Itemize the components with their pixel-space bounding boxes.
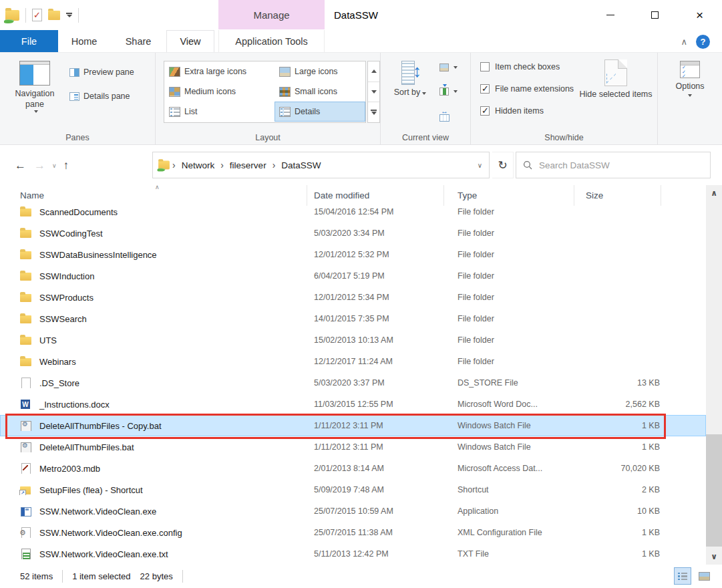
tab-view[interactable]: View	[166, 30, 214, 52]
navigation-pane-button[interactable]: Navigation pane	[9, 61, 60, 113]
file-row[interactable]: Webinars 12/12/2017 11:24 AM File folder	[0, 351, 706, 372]
group-label-current-view: Current view	[381, 133, 470, 142]
thumbnails-view-icon	[699, 572, 710, 581]
help-button[interactable]: ?	[696, 35, 710, 49]
tab-file[interactable]: File	[0, 30, 58, 52]
size-columns-button[interactable]	[439, 114, 449, 122]
column-header-row: ∧ Name Date modified Type Size	[0, 185, 706, 206]
layout-item-details[interactable]: Details	[275, 102, 365, 122]
column-header-date-modified[interactable]: Date modified	[307, 185, 444, 206]
more-options-icon	[371, 110, 377, 115]
checkbox-label: File name extensions	[495, 84, 574, 94]
breadcrumb-fileserver[interactable]: fileserver	[225, 160, 271, 170]
scrollbar-thumb[interactable]	[706, 434, 722, 547]
sort-by-button[interactable]: Sort by	[393, 61, 427, 98]
new-folder-icon[interactable]	[48, 11, 60, 20]
file-row[interactable]: DeleteAllThumbFiles.bat 1/11/2012 3:11 P…	[0, 436, 706, 458]
scroll-up-arrow-icon[interactable]: ∧	[706, 185, 722, 201]
breadcrumb-network[interactable]: Network	[177, 160, 220, 170]
file-row[interactable]: UTS 15/02/2013 10:13 AM File folder	[0, 329, 706, 351]
navigation-pane-icon	[19, 61, 50, 86]
tab-home[interactable]: Home	[58, 30, 110, 52]
search-box[interactable]: Search DataSSW	[516, 152, 711, 178]
file-row[interactable]: SSW.Network.VideoClean.exe 25/07/2015 10…	[0, 500, 706, 522]
file-row[interactable]: SSWProducts 12/01/2012 5:34 PM File fold…	[0, 287, 706, 308]
close-button[interactable]: ×	[677, 0, 722, 30]
file-name: SSWProducts	[39, 293, 94, 303]
add-columns-button[interactable]	[439, 88, 458, 96]
show-hide-checkbox[interactable]: Hidden items	[480, 106, 544, 116]
properties-check-icon[interactable]	[32, 9, 42, 21]
chevron-down-icon	[34, 110, 38, 113]
layout-item-list[interactable]: List	[164, 102, 275, 122]
thumbnails-view-toggle-button[interactable]	[695, 567, 713, 585]
hide-selected-items-icon	[604, 59, 627, 86]
file-size: 2 KB	[574, 485, 661, 494]
file-row[interactable]: SSWCodingTest 5/03/2020 3:34 PM File fol…	[0, 223, 706, 244]
tab-share[interactable]: Share	[110, 30, 166, 52]
file-row[interactable]: SSW.Network.VideoClean.exe.config 25/07/…	[0, 522, 706, 543]
details-pane-button[interactable]: Details pane	[69, 92, 130, 101]
layout-item-large-icons[interactable]: Large icons	[275, 61, 365, 82]
show-hide-checkbox[interactable]: File name extensions	[480, 84, 574, 94]
collapse-ribbon-chevron-icon[interactable]: ∧	[681, 37, 687, 47]
details-view-toggle-button[interactable]	[674, 567, 691, 585]
application-icon	[20, 506, 31, 517]
group-by-button[interactable]	[439, 63, 458, 71]
file-row[interactable]: SSWDataBusinessIntelligence 12/01/2012 5…	[0, 244, 706, 265]
column-header-name[interactable]: Name	[13, 185, 307, 206]
address-dropdown-caret-icon[interactable]: ∨	[478, 162, 485, 169]
tab-application-tools[interactable]: Application Tools	[218, 30, 325, 52]
gallery-scroll-up-button[interactable]	[368, 61, 379, 82]
layout-item-extra-large-icons[interactable]: Extra large icons	[164, 61, 275, 82]
search-placeholder: Search DataSSW	[539, 160, 610, 170]
chevron-down-icon	[454, 90, 458, 93]
file-row[interactable]: .DS_Store 5/03/2020 3:37 PM DS_STORE Fil…	[0, 372, 706, 394]
column-header-type[interactable]: Type	[444, 185, 574, 206]
quick-access-toolbar	[5, 0, 79, 30]
options-button[interactable]: Options	[670, 61, 710, 97]
gallery-more-button[interactable]	[368, 102, 379, 122]
show-hide-checkbox[interactable]: Item check boxes	[480, 62, 560, 71]
customize-toolbar-caret-icon[interactable]	[66, 13, 72, 17]
minimize-button[interactable]	[588, 0, 633, 30]
preview-pane-button[interactable]: Preview pane	[69, 67, 134, 77]
maximize-button[interactable]	[633, 0, 677, 30]
vertical-scrollbar[interactable]: ∧ ∨	[706, 185, 722, 565]
preview-pane-icon	[69, 68, 79, 77]
item-count: 52 items	[20, 571, 53, 581]
column-header-size[interactable]: Size	[574, 185, 661, 206]
file-row[interactable]: SSW.Network.VideoClean.exe.txt 5/11/2013…	[0, 543, 706, 565]
hide-selected-items-button[interactable]: Hide selected items	[579, 59, 653, 100]
file-name: SSWInduction	[39, 271, 94, 281]
ribbon: Navigation pane Preview pane Details pan…	[0, 52, 722, 145]
access-icon	[20, 463, 31, 474]
file-row[interactable]: SSWSearch 14/01/2015 7:35 PM File folder	[0, 308, 706, 329]
layout-item-medium-icons[interactable]: Medium icons	[164, 82, 275, 102]
file-row[interactable]: ScannedDocuments 15/04/2016 12:54 PM Fil…	[0, 206, 706, 223]
file-row[interactable]: _Instructions.docx 11/03/2015 12:55 PM M…	[0, 394, 706, 415]
details-pane-icon	[69, 92, 79, 101]
gallery-scroll-down-button[interactable]	[368, 82, 379, 103]
refresh-button[interactable]: ↻	[492, 152, 514, 178]
layout-item-small-icons[interactable]: Small icons	[275, 82, 365, 102]
view-toggle-buttons	[674, 567, 713, 585]
details-pane-label: Details pane	[83, 92, 130, 101]
file-date-modified: 25/07/2015 10:59 AM	[307, 506, 444, 516]
forward-button[interactable]: →	[30, 159, 49, 172]
recent-locations-caret-icon[interactable]: ∨	[49, 162, 59, 169]
scroll-down-arrow-icon[interactable]: ∨	[706, 549, 722, 565]
file-type: Shortcut	[444, 485, 574, 494]
file-row[interactable]: SSWInduction 6/04/2017 5:19 PM File fold…	[0, 265, 706, 287]
file-row[interactable]: DeleteAllThumbFiles - Copy.bat 1/11/2012…	[0, 415, 706, 436]
breadcrumb-datassw[interactable]: DataSSW	[277, 160, 325, 170]
address-bar[interactable]: › Network › fileserver › DataSSW ∨	[152, 152, 490, 178]
file-rows-viewport: ScannedDocuments 15/04/2016 12:54 PM Fil…	[0, 206, 706, 565]
file-type: DS_STORE File	[444, 378, 574, 388]
file-row[interactable]: Metro2003.mdb 2/01/2013 8:14 AM Microsof…	[0, 458, 706, 479]
back-button[interactable]: ←	[11, 159, 30, 172]
up-button[interactable]: ↑	[59, 159, 73, 172]
file-date-modified: 25/07/2015 11:38 AM	[307, 528, 444, 537]
file-row[interactable]: SetupFiles (flea) - Shortcut 5/09/2019 7…	[0, 479, 706, 500]
group-by-icon	[439, 63, 449, 71]
